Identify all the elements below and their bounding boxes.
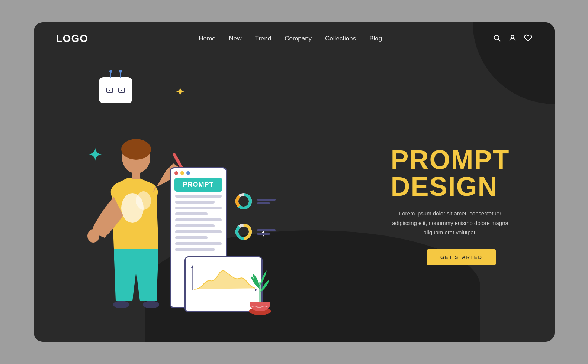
svg-point-9 (113, 301, 129, 308)
nav-links: Home New Trend Company Collections Blog (199, 35, 382, 42)
robot-antennas (110, 72, 121, 78)
donut-2-lines (257, 229, 276, 235)
main-content: ✦ ✦ ✦ (34, 55, 555, 342)
donut-chart-2 (234, 222, 253, 241)
line-2 (175, 201, 215, 204)
nav-item-new[interactable]: New (229, 35, 242, 42)
nav-item-collections[interactable]: Collections (325, 35, 356, 42)
logo: LOGO (56, 33, 88, 45)
line-3 (175, 207, 222, 209)
robot-eyes (106, 88, 125, 93)
nav-action-icons (493, 34, 532, 43)
svg-marker-21 (191, 265, 193, 268)
line-6 (175, 224, 215, 227)
donut-row-2 (234, 222, 276, 241)
line-8 (175, 236, 208, 239)
svg-point-4 (121, 139, 151, 160)
donut-chart-1 (234, 192, 253, 211)
plant-decoration (245, 267, 275, 316)
line-4 (175, 212, 208, 215)
nav-item-trend[interactable]: Trend (255, 35, 271, 42)
nav-item-home[interactable]: Home (199, 35, 215, 42)
donut-1-lines (257, 199, 276, 204)
line-10 (175, 248, 215, 251)
antenna-right (120, 72, 121, 78)
hero-title: PROMPT DESIGN (391, 146, 510, 200)
line-1 (175, 195, 222, 198)
dot-red (174, 171, 178, 175)
svg-point-0 (494, 35, 499, 40)
navbar: LOGO Home New Trend Company Collections … (34, 22, 555, 55)
robot-eye-left (106, 88, 113, 93)
donut-row-1 (234, 192, 276, 211)
svg-rect-12 (132, 170, 140, 179)
phone-dots (171, 168, 226, 178)
illustration-area: ✦ ✦ ✦ (56, 62, 376, 327)
heart-icon[interactable] (524, 34, 532, 43)
svg-point-6 (136, 191, 151, 210)
svg-line-1 (498, 39, 500, 41)
prompt-label: PROMPT (174, 178, 222, 192)
svg-point-10 (143, 301, 159, 308)
dot-yellow (180, 171, 184, 175)
line-7 (175, 230, 222, 233)
robot-eye-right (118, 88, 125, 93)
search-icon[interactable] (493, 34, 501, 43)
user-icon[interactable] (508, 34, 517, 43)
get-started-button[interactable]: GET STARTED (427, 249, 496, 265)
hero-text-area: PROMPT DESIGN Lorem ipsum dolor sit amet… (376, 62, 532, 327)
antenna-left (110, 72, 111, 78)
hero-description: Lorem ipsum dolor sit amet, consectetuer… (391, 209, 510, 237)
robot-icon (99, 77, 132, 103)
donut-charts-container (234, 192, 276, 241)
dot-blue (186, 171, 190, 175)
svg-point-11 (87, 229, 99, 243)
nav-item-blog[interactable]: Blog (369, 35, 382, 42)
line-9 (175, 242, 222, 245)
sparkle-yellow: ✦ (175, 85, 185, 99)
svg-point-2 (511, 35, 514, 38)
nav-item-company[interactable]: Company (285, 35, 312, 42)
page-wrapper: LOGO Home New Trend Company Collections … (34, 22, 555, 342)
person-figure (78, 123, 183, 316)
line-5 (175, 218, 222, 221)
